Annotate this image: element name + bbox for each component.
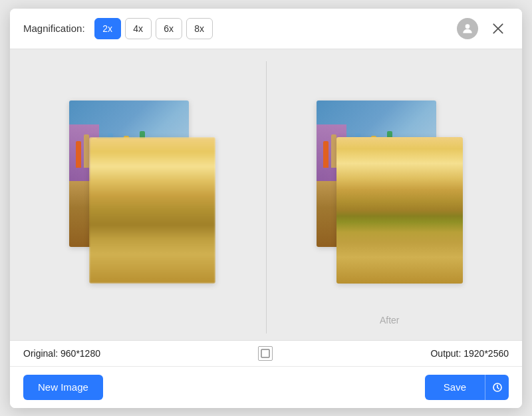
- header: Magnification: 2x 4x 6x 8x: [10, 9, 522, 49]
- panel-divider: [266, 61, 267, 333]
- output-info: Output: 1920*2560: [430, 348, 509, 359]
- save-group: Save: [425, 375, 509, 400]
- original-info: Original: 960*1280: [23, 348, 100, 359]
- save-button[interactable]: Save: [425, 375, 485, 400]
- magnification-buttons: 2x 4x 6x 8x: [94, 18, 213, 39]
- magnification-label: Magnification:: [23, 23, 85, 34]
- output-panel: After: [269, 61, 511, 333]
- new-image-button[interactable]: New Image: [23, 375, 103, 400]
- main-dialog: Magnification: 2x 4x 6x 8x: [10, 9, 522, 408]
- header-icons: [457, 18, 509, 39]
- expand-icon[interactable]: [258, 346, 273, 361]
- main-content: After Original: 960*1280 Output: 1920*25…: [10, 49, 522, 366]
- original-panel: [22, 61, 263, 333]
- user-avatar[interactable]: [457, 18, 478, 39]
- svg-point-0: [466, 24, 470, 29]
- images-row: After: [10, 49, 522, 340]
- golden-image: [89, 137, 215, 284]
- output-stacked-images: [317, 101, 463, 294]
- svg-rect-3: [261, 349, 269, 357]
- output-golden-image: [336, 137, 463, 284]
- output-front-image: [336, 137, 463, 284]
- original-stacked-images: [69, 101, 215, 294]
- mag-6x-button[interactable]: 6x: [156, 18, 182, 39]
- mag-4x-button[interactable]: 4x: [125, 18, 152, 39]
- footer: New Image Save: [10, 366, 522, 408]
- save-dropdown-button[interactable]: [485, 375, 509, 400]
- mag-8x-button[interactable]: 8x: [186, 18, 213, 39]
- info-bar: Original: 960*1280 Output: 1920*2560: [10, 340, 522, 366]
- original-front-image: [89, 137, 215, 284]
- after-label: After: [380, 315, 400, 325]
- close-button[interactable]: [487, 18, 509, 39]
- mag-2x-button[interactable]: 2x: [94, 18, 121, 39]
